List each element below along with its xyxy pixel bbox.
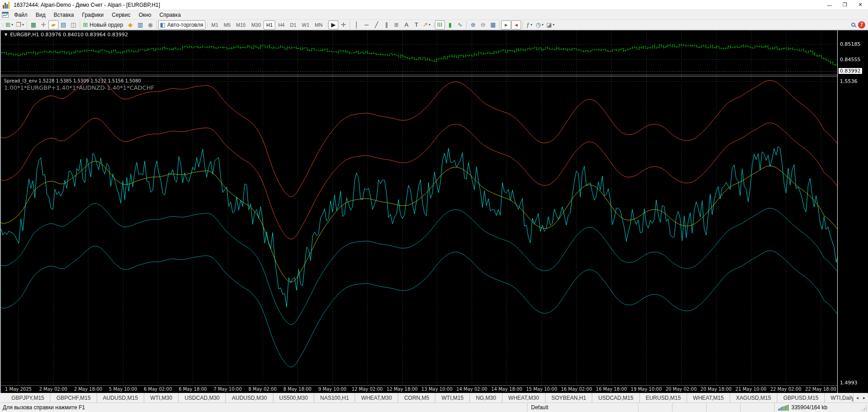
crosshair-button[interactable]: ✛ — [338, 20, 348, 29]
x-axis-label: 14 May 18:00 — [489, 386, 524, 393]
data-window-button[interactable]: ✛ — [39, 20, 49, 29]
indicators-button[interactable]: ƒ▾ — [524, 20, 534, 29]
collapse-icon[interactable]: ▼ — [5, 33, 7, 37]
symbol-tab[interactable]: USDCAD,M30 — [179, 393, 226, 402]
horizontal-line-button[interactable]: ─ — [361, 20, 371, 29]
fibonacci-button[interactable]: ≣ — [391, 20, 401, 29]
profiles-button[interactable]: ❐▾ — [15, 20, 25, 29]
menu-item[interactable]: Вид — [32, 10, 50, 19]
zoom-out-button[interactable]: ⊖ — [478, 20, 488, 29]
plot-area[interactable]: ▼ EURGBP,H1 0.83976 0.84010 0.83964 0.83… — [0, 30, 837, 393]
autoscroll-button[interactable]: ▸ — [501, 20, 511, 29]
notifications-badge[interactable]: 7 — [858, 21, 865, 29]
symbol-tab[interactable]: WTI,M30 — [144, 393, 179, 402]
symbol-tab[interactable]: USDCAD,M15 — [592, 393, 639, 402]
x-axis-label: 7 May 10:00 — [210, 386, 245, 393]
x-axis[interactable]: 1 May 20252 May 02:002 May 18:005 May 10… — [1, 385, 838, 393]
market-watch-button[interactable]: ▦ — [29, 20, 39, 29]
arrows-button[interactable]: ↗▾ — [421, 20, 432, 29]
maximize-button[interactable]: ❐ — [837, 0, 853, 10]
symbol-tab[interactable]: WTI,M15 — [435, 393, 470, 402]
minimize-button[interactable]: — — [822, 0, 837, 10]
chart-canvas[interactable] — [1, 30, 838, 385]
indicators-icon: ƒ — [527, 22, 530, 28]
menu-item[interactable]: Файл — [10, 10, 32, 19]
text-button[interactable]: A — [401, 20, 411, 29]
symbol-tab[interactable]: WHEAT,M30 — [355, 393, 398, 402]
menu-item[interactable]: Сервис — [108, 10, 135, 19]
navigator-button[interactable]: ▰ — [49, 20, 59, 29]
close-button[interactable]: ✕ — [853, 0, 868, 10]
symbol-tab[interactable]: CORN,M5 — [398, 393, 435, 402]
menu-item[interactable]: Графики — [78, 10, 108, 19]
x-axis-label: 5 May 10:00 — [106, 386, 141, 393]
chart-profiles-icon: ❐ — [16, 22, 21, 28]
timeframe-w1-button[interactable]: W1 — [299, 20, 312, 29]
symbol-tab[interactable]: NAS100,H1 — [314, 393, 355, 402]
metaeditor-button[interactable]: ◆ — [125, 20, 135, 29]
menu-item[interactable]: Окно — [135, 10, 156, 19]
tab-scroll-right-icon[interactable]: ▸ — [863, 395, 865, 400]
new-chart-button[interactable]: ⊞▾ — [4, 20, 15, 29]
symbol-tab[interactable]: WHEAT,M15 — [687, 393, 730, 402]
symbol-tab[interactable]: EURUSD,M15 — [640, 393, 687, 402]
resize-grip[interactable] — [861, 403, 868, 412]
menu-item[interactable]: Вставка — [49, 10, 78, 19]
x-axis-label: 20 May 18:00 — [698, 386, 733, 393]
chart-shift-button[interactable]: ◂ — [511, 20, 521, 29]
timeframe-m1-button[interactable]: M1 — [209, 20, 221, 29]
cursor-button[interactable]: ▶ — [328, 20, 338, 29]
x-axis-label: 2 May 18:00 — [71, 386, 106, 393]
timeframe-mn-button[interactable]: MN — [312, 20, 325, 29]
line-chart-button[interactable]: ∿ — [455, 20, 465, 29]
community-button[interactable]: ◉ — [145, 20, 155, 29]
timeframe-h1-button[interactable]: H1 — [263, 20, 275, 29]
timeframe-m30-button[interactable]: M30 — [249, 20, 263, 29]
menu-item[interactable]: Справка — [156, 10, 185, 19]
timeframe-m5-button[interactable]: M5 — [221, 20, 233, 29]
tile-windows-button[interactable]: ▦ — [488, 20, 498, 29]
symbol-tab[interactable]: XAGUSD,M15 — [730, 393, 777, 402]
toolbar-grip: ⁞ — [2, 22, 3, 28]
zoom-in-button[interactable]: ⊕ — [468, 20, 478, 29]
new-order-button[interactable]: ⊞Новый ордер — [82, 20, 126, 29]
price-scale[interactable]: 0.851850.845550.839921.55361.4993 — [837, 30, 868, 393]
symbol-tab[interactable]: GBPCHF,M15 — [50, 393, 97, 402]
vertical-line-button[interactable]: │ — [351, 20, 361, 29]
symbol-tab[interactable]: GBPUSD,M15 — [777, 393, 824, 402]
strategy-tester-button[interactable]: ◫ — [68, 20, 78, 29]
search-button[interactable] — [848, 20, 858, 29]
autotrading-button[interactable]: ◧Авто-торговля — [158, 20, 205, 29]
x-axis-label: 12 May 18:00 — [385, 386, 419, 393]
statusbar: Для вызова справки нажмите F1 Default 33… — [0, 402, 868, 412]
terminal-button[interactable]: ▤ — [59, 20, 68, 29]
status-profile[interactable]: Default — [527, 403, 639, 412]
symbol-tab[interactable]: WHEAT,M30 — [502, 393, 546, 402]
symbol-tab[interactable]: US500,M30 — [273, 393, 314, 402]
template-icon: ◪ — [546, 22, 552, 28]
timeframe-h1-button-label: H1 — [265, 22, 274, 28]
candles-chart-icon: ▮ — [449, 22, 452, 28]
symbol-tab[interactable]: GBPJPY,M15 — [5, 393, 50, 402]
x-axis-label: 22 May 18:00 — [803, 386, 838, 393]
symbol-tab[interactable]: WTI,Daily — [825, 393, 853, 402]
trendline-button[interactable]: ╱ — [371, 20, 381, 29]
tab-scroll-left-icon[interactable]: ◂ — [856, 395, 858, 400]
templates-button[interactable]: ◪▾ — [545, 20, 556, 29]
bars-chart-button[interactable]: ☰ — [435, 20, 445, 29]
candles-chart-button[interactable]: ▮ — [445, 20, 455, 29]
symbol-tab[interactable]: AUDUSD,M15 — [97, 393, 144, 402]
timeframe-m15-button[interactable]: M15 — [234, 20, 249, 29]
periods-button[interactable]: ◷▾ — [534, 20, 545, 29]
timeframe-m5-button-label: M5 — [222, 22, 232, 28]
timeframe-d1-button[interactable]: D1 — [287, 20, 299, 29]
symbol-tab[interactable]: NG,M30 — [470, 393, 502, 402]
symbol-tab[interactable]: AUDUSD,M30 — [226, 393, 273, 402]
timeframe-h4-button[interactable]: H4 — [275, 20, 287, 29]
text-label-button[interactable]: T — [411, 20, 421, 29]
timeframe-m1-button-label: M1 — [210, 22, 219, 28]
channel-button[interactable]: ∥ — [381, 20, 391, 29]
journal-book-button[interactable]: ▥ — [135, 20, 145, 29]
chart-window-icon[interactable] — [0, 12, 10, 18]
symbol-tab[interactable]: SOYBEAN,H1 — [546, 393, 593, 402]
